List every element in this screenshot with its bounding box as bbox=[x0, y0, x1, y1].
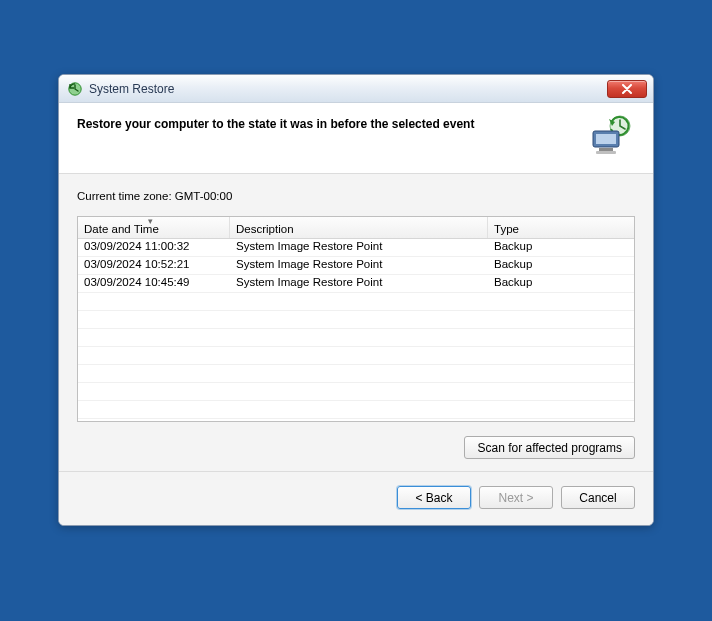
svg-rect-5 bbox=[599, 148, 613, 151]
cell-description: System Image Restore Point bbox=[230, 257, 488, 274]
cell-type: Backup bbox=[488, 275, 634, 292]
grid-rows: 03/09/2024 11:00:32 System Image Restore… bbox=[78, 239, 634, 419]
sort-desc-icon: ▾ bbox=[148, 216, 153, 226]
cell-datetime: 03/09/2024 10:45:49 bbox=[78, 275, 230, 292]
table-row[interactable]: 03/09/2024 10:52:21 System Image Restore… bbox=[78, 257, 634, 275]
column-header-type-label: Type bbox=[494, 223, 519, 235]
back-button[interactable]: < Back bbox=[397, 486, 471, 509]
empty-row bbox=[78, 329, 634, 347]
next-button[interactable]: Next > bbox=[479, 486, 553, 509]
cell-description: System Image Restore Point bbox=[230, 275, 488, 292]
scan-affected-programs-button[interactable]: Scan for affected programs bbox=[464, 436, 635, 459]
close-icon bbox=[621, 84, 633, 94]
empty-row bbox=[78, 365, 634, 383]
column-header-datetime[interactable]: Date and Time ▾ bbox=[78, 217, 230, 238]
cancel-button[interactable]: Cancel bbox=[561, 486, 635, 509]
grid-header: Date and Time ▾ Description Type bbox=[78, 217, 634, 239]
svg-rect-6 bbox=[596, 151, 616, 154]
empty-row bbox=[78, 293, 634, 311]
restore-points-grid[interactable]: Date and Time ▾ Description Type 03/09/2… bbox=[77, 216, 635, 422]
cell-description: System Image Restore Point bbox=[230, 239, 488, 256]
empty-row bbox=[78, 401, 634, 419]
table-row[interactable]: 03/09/2024 10:45:49 System Image Restore… bbox=[78, 275, 634, 293]
empty-row bbox=[78, 311, 634, 329]
close-button[interactable] bbox=[607, 80, 647, 98]
column-header-description-label: Description bbox=[236, 223, 294, 235]
cell-type: Backup bbox=[488, 239, 634, 256]
column-header-description[interactable]: Description bbox=[230, 217, 488, 238]
cell-type: Backup bbox=[488, 257, 634, 274]
window-title: System Restore bbox=[89, 82, 607, 96]
wizard-footer: < Back Next > Cancel bbox=[59, 471, 653, 525]
timezone-label: Current time zone: GMT-00:00 bbox=[77, 190, 635, 202]
empty-row bbox=[78, 383, 634, 401]
system-restore-window: System Restore Restore your computer to … bbox=[58, 74, 654, 526]
cell-datetime: 03/09/2024 10:52:21 bbox=[78, 257, 230, 274]
titlebar[interactable]: System Restore bbox=[59, 75, 653, 103]
svg-rect-4 bbox=[596, 134, 616, 144]
wizard-header: Restore your computer to the state it wa… bbox=[59, 103, 653, 174]
restore-hero-icon bbox=[587, 115, 635, 155]
table-row[interactable]: 03/09/2024 11:00:32 System Image Restore… bbox=[78, 239, 634, 257]
wizard-body: Current time zone: GMT-00:00 Date and Ti… bbox=[59, 174, 653, 471]
page-heading: Restore your computer to the state it wa… bbox=[77, 115, 575, 131]
cell-datetime: 03/09/2024 11:00:32 bbox=[78, 239, 230, 256]
column-header-type[interactable]: Type bbox=[488, 217, 634, 238]
empty-row bbox=[78, 347, 634, 365]
scan-row: Scan for affected programs bbox=[77, 436, 635, 459]
system-restore-icon bbox=[67, 81, 83, 97]
